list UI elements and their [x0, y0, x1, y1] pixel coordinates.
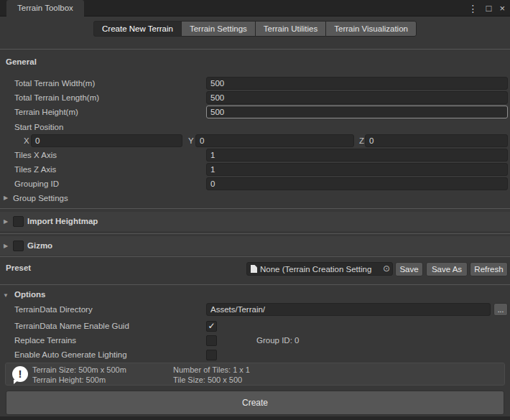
auto-generate-lighting-row: Enable Auto Generate Lighting: [0, 348, 510, 363]
toolbox-mode-tabs: Create New Terrain Terrain Settings Terr…: [0, 21, 510, 37]
terrain-height-readout: Terrain Height: 500m: [32, 375, 126, 385]
total-terrain-length-row: Total Terrain Length(m): [0, 91, 510, 106]
tab-create-new-terrain[interactable]: Create New Terrain: [93, 21, 182, 37]
maximize-icon[interactable]: □: [486, 4, 492, 13]
object-picker-icon[interactable]: ⊙: [381, 263, 392, 275]
browse-button[interactable]: ...: [493, 303, 508, 316]
window-bottom-edge: [0, 416, 510, 420]
tiles-z-axis-row: Tiles Z Axis: [0, 163, 510, 177]
tiles-z-axis-label: Tiles Z Axis: [14, 165, 56, 174]
import-heightmap-checkbox[interactable]: [13, 216, 24, 227]
terraindata-directory-row: TerrainData Directory ...: [0, 303, 510, 317]
tile-size-readout: Tile Size: 500 x 500: [173, 375, 250, 385]
replace-terrains-checkbox[interactable]: [206, 335, 217, 346]
preset-value: None (Terrain Creation Setting: [260, 265, 381, 274]
section-import-heightmap[interactable]: ▶ Import Heightmap: [0, 212, 510, 231]
total-terrain-width-input[interactable]: [206, 77, 508, 90]
save-button[interactable]: Save: [395, 262, 423, 276]
start-position-label: Start Position: [14, 123, 63, 131]
window-titlebar: Terrain Toolbox ⋮ □ ×: [0, 0, 510, 17]
refresh-button[interactable]: Refresh: [470, 262, 508, 276]
replace-terrains-label: Replace Terrains: [14, 336, 76, 345]
separator: [0, 208, 510, 209]
start-position-row: Start Position: [0, 121, 510, 135]
name-enable-guid-row: TerrainData Name Enable Guid ✓: [0, 319, 510, 334]
number-of-tiles-readout: Number of Tiles: 1 x 1: [173, 365, 250, 375]
tiles-x-axis-input[interactable]: [206, 149, 508, 162]
general-heading: General: [6, 57, 37, 66]
replace-terrains-row: Replace Terrains Group ID: 0: [0, 334, 510, 348]
group-id-readout: Group ID: 0: [256, 336, 299, 345]
foldout-expanded-icon[interactable]: ▼: [3, 292, 9, 299]
terrain-height-row: Terrain Height(m): [0, 106, 510, 120]
create-button[interactable]: Create: [6, 391, 504, 415]
total-terrain-width-row: Total Terrain Width(m): [0, 77, 510, 91]
preset-asset-icon: [251, 265, 257, 273]
total-terrain-length-label: Total Terrain Length(m): [14, 93, 99, 102]
info-icon: !: [12, 366, 28, 382]
foldout-collapsed-icon[interactable]: ▶: [4, 243, 8, 249]
close-icon[interactable]: ×: [499, 4, 505, 13]
options-heading: Options: [14, 290, 45, 299]
summary-left-column: Terrain Size: 500m x 500m Terrain Height…: [32, 365, 126, 385]
separator: [0, 49, 510, 50]
total-terrain-length-input[interactable]: [206, 91, 508, 104]
foldout-collapsed-icon[interactable]: ▶: [4, 195, 8, 201]
tiles-x-axis-row: Tiles X Axis: [0, 149, 510, 163]
terraindata-directory-input[interactable]: [206, 303, 491, 316]
start-position-xyz-row: X Y Z: [0, 134, 510, 149]
separator: [0, 284, 510, 285]
window-tab-terrain-toolbox[interactable]: Terrain Toolbox: [6, 0, 84, 17]
x-axis-label: X: [24, 136, 29, 145]
grouping-id-row: Grouping ID: [0, 177, 510, 192]
group-settings-label: Group Settings: [13, 194, 68, 202]
preset-row: Preset None (Terrain Creation Setting ⊙ …: [0, 262, 510, 276]
tiles-z-axis-input[interactable]: [206, 163, 508, 176]
foldout-collapsed-icon[interactable]: ▶: [4, 218, 8, 225]
import-heightmap-label: Import Heightmap: [27, 217, 98, 225]
window-title: Terrain Toolbox: [17, 4, 73, 12]
start-position-y-input[interactable]: [195, 134, 354, 147]
tab-terrain-settings[interactable]: Terrain Settings: [181, 21, 256, 37]
start-position-z-input[interactable]: [365, 134, 508, 147]
summary-right-column: Number of Tiles: 1 x 1 Tile Size: 500 x …: [173, 365, 250, 385]
separator: [0, 233, 510, 234]
summary-help-box: ! Terrain Size: 500m x 500m Terrain Heig…: [5, 363, 505, 386]
name-enable-guid-label: TerrainData Name Enable Guid: [14, 322, 129, 330]
options-foldout[interactable]: ▼ Options: [0, 289, 510, 304]
start-position-x-input[interactable]: [31, 134, 182, 147]
gizmo-checkbox[interactable]: [13, 241, 24, 251]
group-settings-foldout[interactable]: ▶ Group Settings: [0, 192, 510, 206]
menu-kebab-icon[interactable]: ⋮: [468, 4, 478, 14]
preset-object-field[interactable]: None (Terrain Creation Setting ⊙: [246, 262, 393, 276]
z-axis-label: Z: [359, 136, 364, 145]
window-controls: ⋮ □ ×: [468, 0, 505, 17]
save-as-button[interactable]: Save As: [426, 262, 468, 276]
section-gizmo[interactable]: ▶ Gizmo: [0, 236, 510, 256]
gizmo-label: Gizmo: [27, 241, 52, 250]
name-enable-guid-checkbox[interactable]: ✓: [206, 321, 217, 332]
y-axis-label: Y: [188, 136, 194, 145]
terrain-size-readout: Terrain Size: 500m x 500m: [32, 365, 126, 375]
grouping-id-input[interactable]: [206, 177, 508, 190]
terrain-toolbox-window: Terrain Toolbox ⋮ □ × Create New Terrain…: [0, 0, 510, 420]
tab-terrain-utilities[interactable]: Terrain Utilities: [255, 21, 326, 37]
terrain-height-label: Terrain Height(m): [14, 108, 78, 116]
auto-generate-lighting-label: Enable Auto Generate Lighting: [14, 350, 127, 359]
auto-generate-lighting-checkbox[interactable]: [206, 350, 217, 360]
tab-terrain-visualization[interactable]: Terrain Visualization: [325, 21, 417, 37]
terrain-height-input[interactable]: [206, 106, 508, 118]
total-terrain-width-label: Total Terrain Width(m): [14, 79, 95, 88]
separator: [0, 256, 510, 257]
tiles-x-axis-label: Tiles X Axis: [14, 151, 57, 159]
terraindata-directory-label: TerrainData Directory: [14, 305, 93, 314]
grouping-id-label: Grouping ID: [14, 179, 59, 188]
checkmark-icon: ✓: [208, 321, 215, 331]
preset-label: Preset: [6, 263, 31, 272]
